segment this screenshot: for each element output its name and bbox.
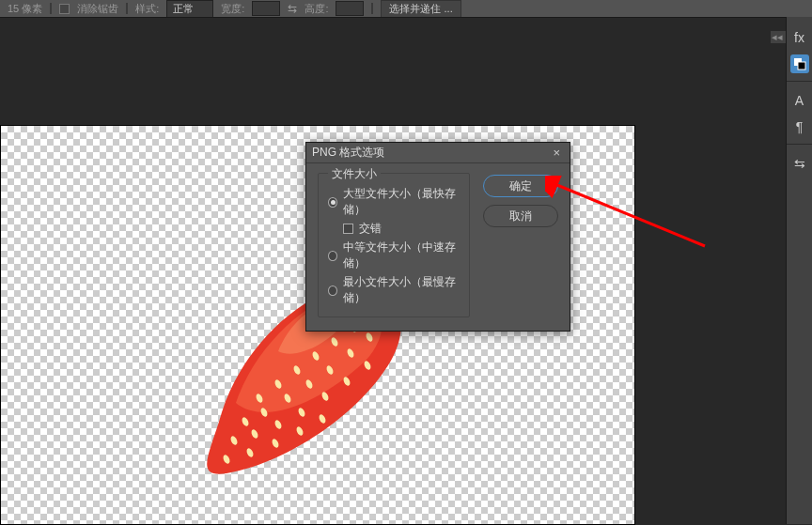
style-label: 样式: [135, 2, 159, 16]
toolbar-divider [371, 3, 373, 14]
link-icon[interactable]: ⇆ [288, 2, 297, 15]
width-label: 宽度: [221, 2, 244, 16]
interlace-label: 交错 [359, 221, 382, 237]
option-medium-file[interactable]: 中等文件大小（中速存储） [328, 239, 460, 271]
close-icon[interactable]: × [549, 146, 564, 160]
sample-size-text: 15 像素 [8, 2, 42, 16]
height-label: 高度: [304, 2, 328, 16]
select-mask-button[interactable]: 选择并递住 ... [381, 0, 461, 18]
fx-icon[interactable]: fx [790, 28, 809, 47]
checkbox-icon [343, 224, 353, 234]
dialog-title: PNG 格式选项 [312, 145, 384, 161]
option-large-file[interactable]: 大型文件大小（最快存储） [328, 186, 460, 218]
color-panel-icon[interactable] [790, 54, 809, 73]
toolbar-divider [126, 3, 128, 14]
ok-button[interactable]: 确定 [483, 175, 558, 197]
png-options-dialog: PNG 格式选项 × 文件大小 大型文件大小（最快存储） 交错 中等文件大小（中… [305, 142, 570, 332]
swap-panel-icon[interactable]: ⇆ [790, 154, 809, 173]
type-panel-icon[interactable]: A [790, 91, 809, 110]
interlace-checkbox-row[interactable]: 交错 [328, 221, 460, 237]
options-bar: 15 像素 消除锯齿 样式: 正常 宽度: ⇆ 高度: 选择并递住 ... [0, 0, 812, 17]
radio-icon [328, 286, 337, 296]
radio-icon [328, 197, 337, 208]
fieldset-legend: 文件大小 [328, 166, 381, 182]
radio-icon [328, 251, 337, 261]
cancel-button[interactable]: 取消 [483, 205, 558, 227]
paragraph-panel-icon[interactable]: ¶ [790, 117, 809, 136]
dialog-body: 文件大小 大型文件大小（最快存储） 交错 中等文件大小（中速存储） 最小文件大小… [306, 163, 570, 331]
option-small-file[interactable]: 最小文件大小（最慢存储） [328, 274, 460, 306]
antialias-checkbox[interactable] [59, 4, 70, 14]
height-input[interactable] [336, 1, 364, 16]
antialias-label: 消除锯齿 [77, 2, 118, 16]
option-label: 中等文件大小（中速存储） [343, 239, 460, 271]
width-input[interactable] [252, 1, 280, 16]
file-size-fieldset: 文件大小 大型文件大小（最快存储） 交错 中等文件大小（中速存储） 最小文件大小… [318, 173, 470, 317]
right-panel-strip: fx A ¶ ⇆ [786, 17, 812, 524]
dialog-titlebar[interactable]: PNG 格式选项 × [306, 143, 570, 163]
svg-rect-26 [798, 62, 805, 69]
option-label: 大型文件大小（最快存储） [343, 186, 460, 218]
dialog-buttons: 确定 取消 [483, 173, 558, 317]
style-select[interactable]: 正常 [166, 0, 213, 18]
option-label: 最小文件大小（最慢存储） [343, 274, 460, 306]
panel-expand-icon[interactable]: ◂◂ [769, 31, 786, 43]
toolbar-divider [50, 3, 52, 14]
